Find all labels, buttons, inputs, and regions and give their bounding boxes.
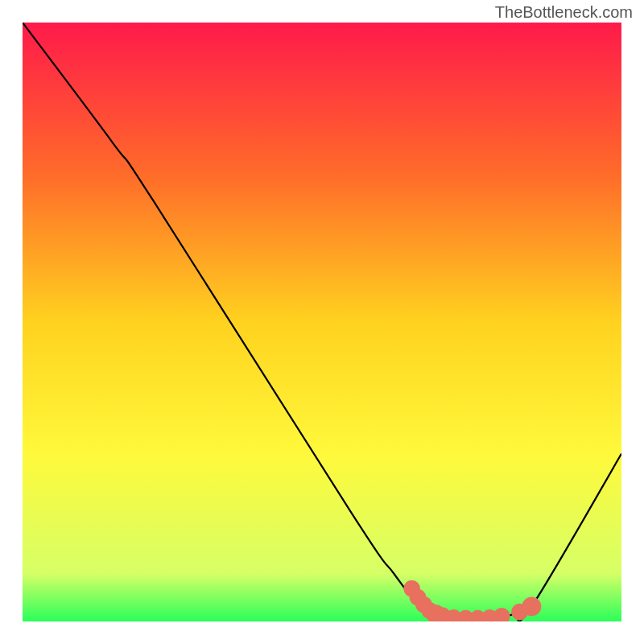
gradient-background xyxy=(23,23,621,621)
chart-svg xyxy=(23,23,621,621)
chart-container: TheBottleneck.com xyxy=(0,0,644,644)
watermark-text: TheBottleneck.com xyxy=(495,3,633,22)
plot-area xyxy=(23,23,621,621)
data-marker xyxy=(522,597,541,616)
